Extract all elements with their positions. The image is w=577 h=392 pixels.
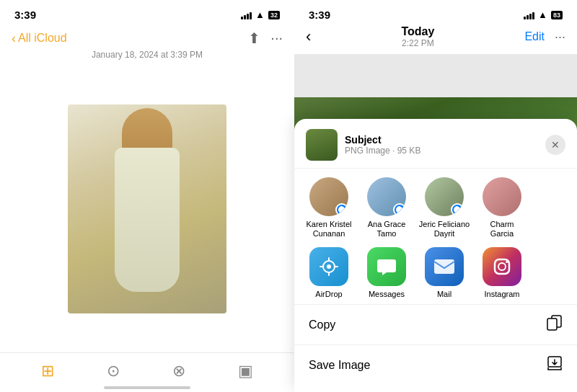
- mail-icon: [425, 247, 464, 286]
- right-signal-icon: [524, 11, 534, 19]
- photo-container: [0, 66, 294, 352]
- right-panel: 3:39 ▲ 83 ‹ Today 2:22 PM Edit ···: [294, 0, 577, 392]
- more-icon[interactable]: ···: [270, 30, 283, 47]
- contact-avatar-2: [367, 177, 406, 216]
- contact-name-1: Karen KristelCunanan: [307, 220, 352, 239]
- contact-item[interactable]: Karen KristelCunanan: [300, 177, 358, 239]
- left-status-icons: ▲ 32: [241, 9, 280, 20]
- app-item-mail[interactable]: Mail: [415, 247, 473, 298]
- right-subtitle: 2:22 PM: [401, 38, 434, 48]
- contact-item[interactable]: Jeric FelicianoDayrit: [415, 177, 473, 239]
- copy-action[interactable]: Copy: [294, 304, 577, 344]
- apps-row: AirDrop Messages Mail: [294, 244, 577, 304]
- contact-avatar-1: [309, 177, 348, 216]
- right-back-button[interactable]: ‹: [306, 27, 311, 46]
- messenger-badge-1: [335, 203, 348, 216]
- app-item-airdrop[interactable]: AirDrop: [300, 247, 358, 298]
- share-title: Subject: [345, 134, 538, 146]
- home-indicator: [104, 386, 190, 389]
- share-thumbnail: [306, 129, 338, 161]
- photo-date: January 18, 2024 at 3:39 PM: [0, 50, 294, 60]
- messenger-badge-2: [393, 203, 406, 216]
- svg-rect-2: [434, 259, 454, 274]
- right-nav: ‹ Today 2:22 PM Edit ···: [294, 24, 577, 54]
- svg-point-5: [506, 261, 508, 263]
- back-button[interactable]: ‹ All iCloud: [12, 31, 67, 46]
- airdrop-label: AirDrop: [315, 290, 342, 298]
- share-thumb-inner: [306, 129, 338, 161]
- mail-label: Mail: [437, 290, 452, 298]
- left-nav: ‹ All iCloud ⬆ ···: [0, 25, 294, 50]
- copy-icon: [547, 315, 563, 334]
- share-header: Subject PNG Image · 95 KB ✕: [294, 119, 577, 169]
- svg-point-4: [498, 263, 506, 270]
- contact-item[interactable]: CharmGarcia: [473, 177, 531, 239]
- more-button[interactable]: ···: [555, 30, 565, 45]
- app-item-messages[interactable]: Messages: [358, 247, 415, 298]
- share-close-button[interactable]: ✕: [545, 135, 565, 155]
- share-info: Subject PNG Image · 95 KB: [345, 134, 538, 156]
- save-image-icon: [547, 355, 563, 375]
- back-label: All iCloud: [18, 32, 67, 45]
- contact-name-2: Ana GraceTamo: [368, 220, 406, 239]
- signal-icon: [241, 11, 252, 19]
- left-status-bar: 3:39 ▲ 32: [0, 0, 294, 25]
- messenger-badge-3: [451, 203, 464, 216]
- share-sheet: Subject PNG Image · 95 KB ✕ Karen Kriste…: [294, 119, 577, 392]
- tab-albums-icon[interactable]: ▣: [238, 362, 253, 380]
- right-time: 3:39: [309, 9, 330, 21]
- chevron-left-icon: ‹: [12, 31, 16, 46]
- contact-avatar-3: [425, 177, 464, 216]
- nav-actions: ⬆ ···: [248, 30, 283, 47]
- right-nav-actions: Edit ···: [524, 30, 565, 45]
- share-file-info: PNG Image · 95 KB: [345, 146, 538, 156]
- right-nav-title: Today 2:22 PM: [401, 25, 434, 48]
- right-wifi-icon: ▲: [538, 9, 547, 20]
- svg-rect-7: [547, 318, 557, 330]
- share-icon[interactable]: ⬆: [248, 30, 260, 47]
- right-title: Today: [401, 25, 434, 38]
- tab-search-icon[interactable]: ⊗: [172, 362, 185, 380]
- photo-image[interactable]: [68, 104, 226, 313]
- gray-area: [294, 54, 577, 97]
- left-panel: 3:39 ▲ 32 ‹ All iCloud ⬆ ··· January 18,…: [0, 0, 294, 392]
- copy-label: Copy: [309, 318, 335, 331]
- svg-point-1: [327, 264, 331, 269]
- contact-avatar-4: [483, 177, 521, 216]
- app-item-instagram[interactable]: Instagram: [473, 247, 531, 298]
- dress-decoration: [115, 148, 180, 292]
- wifi-icon: ▲: [255, 9, 265, 20]
- contact-item[interactable]: Ana GraceTamo: [358, 177, 415, 239]
- right-battery-indicator: 83: [551, 11, 563, 19]
- save-image-action[interactable]: Save Image: [294, 344, 577, 392]
- messages-icon: [367, 247, 406, 286]
- right-status-bar: 3:39 ▲ 83: [294, 0, 577, 24]
- instagram-label: Instagram: [485, 290, 520, 298]
- tab-library-icon[interactable]: ⊞: [41, 362, 54, 380]
- contact-name-3: Jeric FelicianoDayrit: [419, 220, 470, 239]
- contacts-row: Karen KristelCunanan Ana GraceTamo Jeric…: [294, 169, 577, 244]
- save-image-label: Save Image: [309, 359, 370, 372]
- battery-indicator: 32: [268, 11, 280, 19]
- messages-label: Messages: [369, 290, 405, 298]
- airdrop-icon: [309, 247, 348, 286]
- right-status-icons: ▲ 83: [524, 9, 563, 20]
- edit-button[interactable]: Edit: [524, 30, 545, 43]
- contact-name-4: CharmGarcia: [490, 220, 514, 239]
- tab-camera-icon[interactable]: ⊙: [107, 362, 120, 380]
- left-time: 3:39: [14, 9, 36, 21]
- instagram-icon: [483, 247, 521, 286]
